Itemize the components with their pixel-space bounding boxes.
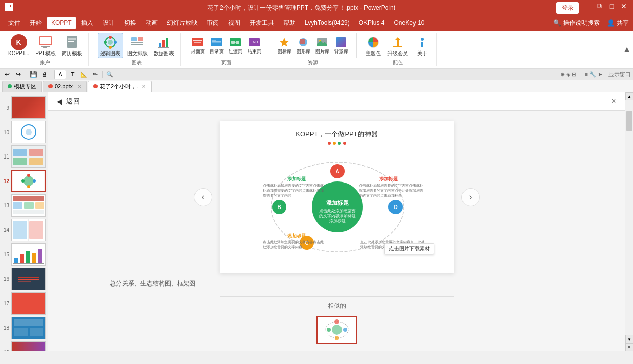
ribbon-collapse-btn[interactable]: ▲ [623, 45, 631, 54]
ribbon-btn-image-lib[interactable]: 图片库 [314, 35, 331, 56]
slide-card: KOPPT，一个做PPT的神器 [220, 121, 454, 273]
scroll-down-btn[interactable]: ▼ [625, 335, 633, 343]
next-slide-button[interactable]: › [461, 188, 480, 206]
qa-search[interactable]: 🔍 [105, 69, 115, 80]
menu-start[interactable]: 开始 [26, 17, 46, 30]
search-area[interactable]: 🔍 操作说明搜索 [553, 19, 600, 28]
menu-insert[interactable]: 插入 [77, 17, 98, 30]
qa-arrange[interactable]: 📐 [79, 69, 89, 80]
menu-okplus[interactable]: OKPlus 4 [355, 17, 389, 29]
end-icon: END [248, 36, 260, 48]
ribbon-btn-upgrade[interactable]: 升级会员 [385, 33, 410, 58]
scroll-thumb[interactable] [626, 111, 632, 131]
menu-developer[interactable]: 开发工具 [246, 17, 278, 30]
slide-img-15[interactable] [11, 243, 46, 266]
close-preview-button[interactable]: × [608, 96, 619, 107]
qa-redo[interactable]: ↪ [13, 69, 23, 80]
back-button[interactable]: ◀ 返回 [57, 97, 80, 106]
show-panel-btn[interactable]: 显示窗口 [608, 71, 631, 79]
ribbon-btn-about[interactable]: 关于 [412, 33, 432, 58]
tab-main[interactable]: 花了2个小时，. ✕ [88, 81, 152, 92]
menu-lvyhtools[interactable]: LvyhTools(0429) [301, 17, 354, 29]
title-bar-controls: 登录 — ⧉ □ ✕ [556, 2, 628, 14]
qa-pencil[interactable]: ✏ [90, 69, 100, 80]
ribbon-btn-data-chart[interactable]: 数据图表 [152, 33, 176, 58]
slide-thumb-12[interactable]: 12 [2, 170, 46, 192]
ribbon-btn-theme[interactable]: 主题色 [363, 33, 383, 58]
menu-slideshow[interactable]: 幻灯片放映 [163, 17, 202, 30]
slide-img-12[interactable] [11, 170, 46, 192]
slide-img-9[interactable] [11, 96, 46, 119]
diagram-tooltip[interactable]: 点击图片下载素材 [384, 243, 434, 254]
svg-rect-28 [212, 42, 221, 43]
tab-dot-main [93, 84, 98, 88]
tab-main-close[interactable]: ✕ [142, 84, 146, 89]
ribbon-btn-ppt-template[interactable]: PPT模板 [33, 33, 57, 58]
ribbon-btn-logic-chart[interactable]: 逻辑图表 [98, 33, 123, 58]
svg-rect-15 [138, 37, 143, 41]
preview-content: ‹ KOPPT，一个做PPT的神器 [48, 111, 625, 351]
login-button[interactable]: 登录 [556, 2, 579, 14]
menu-design[interactable]: 设计 [99, 17, 119, 30]
slide-thumb-14[interactable]: 14 [2, 219, 46, 241]
menu-onekey[interactable]: OneKey 10 [389, 17, 428, 29]
slide-thumb-13[interactable]: 13 [2, 194, 46, 217]
menu-koppt[interactable]: KOPPT [47, 17, 76, 29]
slide-img-14[interactable] [11, 219, 46, 241]
qa-text-style[interactable]: T [67, 69, 78, 80]
ribbon-btn-icon-lib[interactable]: 图标库 [276, 35, 293, 56]
menu-transitions[interactable]: 切换 [120, 17, 140, 30]
maximize-button[interactable]: □ [607, 2, 616, 10]
slide-thumb-17[interactable]: 17 [2, 292, 46, 315]
qa-font-box[interactable]: A [54, 70, 66, 79]
slide-panel[interactable]: 9 10 11 [0, 92, 48, 351]
restore-button[interactable]: ⧉ [595, 2, 603, 10]
logic-chart-label: 逻辑图表 [100, 50, 120, 57]
menu-help[interactable]: 帮助 [279, 17, 300, 30]
svg-rect-45 [393, 46, 402, 47]
slide-thumb-16[interactable]: 16 [2, 268, 46, 290]
qa-print[interactable]: 🖨 [39, 69, 50, 80]
slide-img-18[interactable] [11, 317, 46, 339]
share-button[interactable]: 共享 [617, 19, 629, 28]
menu-view[interactable]: 视图 [224, 17, 245, 30]
ribbon-btn-cover[interactable]: 封面页 [189, 35, 206, 56]
menu-animations[interactable]: 动画 [141, 17, 162, 30]
ribbon-btn-catalog[interactable]: 目录页 [208, 35, 225, 56]
menu-file[interactable]: 文件 [4, 17, 25, 30]
qa-undo[interactable]: ↩ [2, 69, 12, 80]
ribbon-btn-bg-lib[interactable]: 背景库 [333, 35, 350, 56]
minimize-button[interactable]: — [583, 2, 591, 10]
ribbon-group-resource: 图标库 图形库 [272, 33, 354, 66]
slide-img-19[interactable] [11, 341, 46, 351]
ribbon-btn-end[interactable]: END 结束页 [246, 35, 263, 56]
ribbon-btn-text-layout[interactable]: 图文排版 [125, 33, 150, 58]
tab-02-close[interactable]: ✕ [77, 84, 81, 89]
ribbon-btn-transition[interactable]: → 过渡页 [227, 35, 244, 56]
tab-template[interactable]: 模板专区 [2, 81, 42, 92]
slide-img-11[interactable] [11, 145, 46, 168]
slide-num-12: 12 [2, 178, 9, 184]
ribbon-btn-koppt[interactable]: K KOPPT... [6, 33, 31, 58]
ribbon-btn-shape-lib[interactable]: 图形库 [295, 35, 312, 56]
slide-img-17[interactable] [11, 292, 46, 315]
prev-slide-button[interactable]: ‹ [194, 188, 212, 206]
ribbon-btn-resume[interactable]: 简历模板 [60, 33, 84, 58]
slide-thumb-19[interactable]: 19 [2, 341, 46, 351]
tab-bar: 模板专区 02.pptx ✕ 花了2个小时，. ✕ [0, 80, 633, 92]
slide-img-10[interactable] [11, 121, 46, 143]
slide-thumb-18[interactable]: 18 [2, 317, 46, 339]
slide-thumb-15[interactable]: 15 [2, 243, 46, 266]
slide-thumb-10[interactable]: 10 [2, 121, 46, 143]
slide-thumb-11[interactable]: 11 [2, 145, 46, 168]
slide-thumb-9[interactable]: 9 [2, 96, 46, 119]
scroll-extra-btn[interactable]: ≡ [625, 343, 633, 351]
similar-item-1[interactable] [316, 316, 357, 344]
scroll-up-btn[interactable]: ▲ [625, 92, 633, 100]
close-button[interactable]: ✕ [620, 2, 628, 10]
tab-02pptx[interactable]: 02.pptx ✕ [43, 81, 87, 92]
slide-img-13[interactable] [11, 194, 46, 217]
qa-save[interactable]: 💾 [28, 69, 38, 80]
menu-review[interactable]: 审阅 [203, 17, 223, 30]
slide-img-16[interactable] [11, 268, 46, 290]
